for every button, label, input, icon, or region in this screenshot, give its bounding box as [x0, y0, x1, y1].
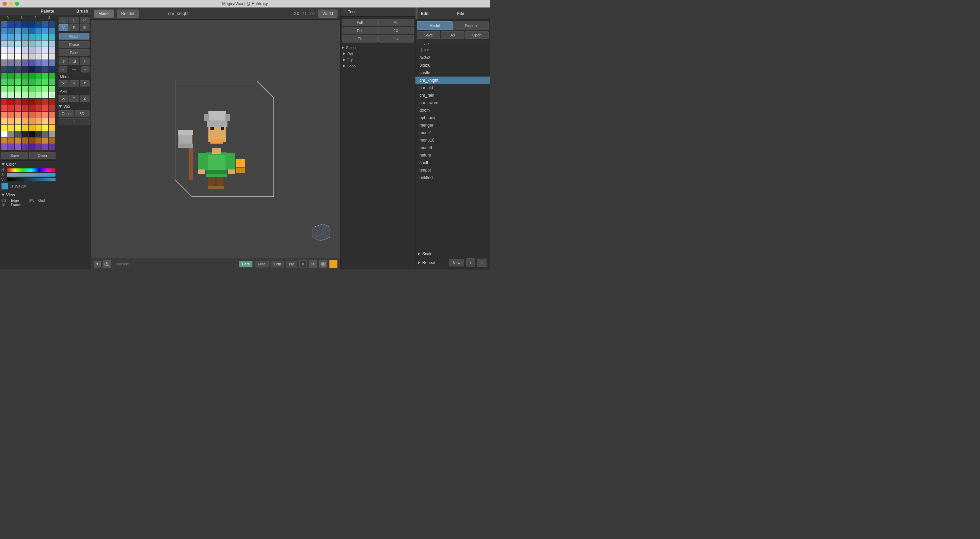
palette-save-button[interactable]: Save	[2, 152, 28, 159]
color-cell-84[interactable]	[29, 86, 35, 92]
pers-button[interactable]: Pers	[239, 261, 253, 268]
color-cell-0[interactable]	[2, 21, 8, 27]
add-button[interactable]: +	[466, 258, 475, 267]
color-cell-72[interactable]	[2, 79, 8, 86]
color-cell-34[interactable]	[15, 47, 21, 53]
mirror-x[interactable]: X	[59, 80, 68, 87]
color-cell-71[interactable]	[49, 73, 55, 79]
close-button[interactable]	[3, 2, 7, 6]
color-cell-13[interactable]	[35, 28, 41, 34]
scene-item-3x3x3[interactable]: 3x3x3	[415, 54, 490, 62]
color-cell-121[interactable]	[8, 118, 14, 124]
color-cell-88[interactable]	[2, 92, 8, 98]
color-expand-icon[interactable]	[2, 163, 5, 166]
color-cell-35[interactable]	[22, 47, 28, 53]
panel-toggle[interactable]: ▼	[94, 261, 101, 268]
color-cell-82[interactable]	[15, 86, 21, 92]
free-button[interactable]: Free	[255, 261, 269, 268]
color-cell-51[interactable]	[22, 60, 28, 66]
color-cell-85[interactable]	[35, 86, 41, 92]
scene-item-monu1[interactable]: monu1	[415, 129, 490, 136]
color-cell-4[interactable]	[29, 21, 35, 27]
color-cell-117[interactable]	[35, 112, 41, 118]
orth-button[interactable]: Orth	[271, 261, 284, 268]
color-cell-3[interactable]	[22, 21, 28, 27]
color-cell-119[interactable]	[49, 112, 55, 118]
color-cell-70[interactable]	[42, 73, 48, 79]
color-cell-44[interactable]	[29, 54, 35, 60]
color-cell-102[interactable]	[42, 99, 48, 105]
brush-mode-p[interactable]: P	[80, 17, 89, 24]
color-cell-112[interactable]	[2, 112, 8, 118]
color-cell-16[interactable]	[2, 34, 8, 40]
color-cell-65[interactable]	[8, 73, 14, 79]
color-cell-7[interactable]	[49, 21, 55, 27]
color-cell-109[interactable]	[35, 105, 41, 111]
color-cell-125[interactable]	[35, 118, 41, 124]
color-cell-148[interactable]	[29, 138, 35, 144]
color-cell-97[interactable]	[8, 99, 14, 105]
color-cell-12[interactable]	[29, 28, 35, 34]
tool-full[interactable]: Full	[342, 19, 378, 26]
view-expand-icon[interactable]	[2, 193, 5, 197]
color-cell-25[interactable]	[8, 41, 14, 47]
view-sw-val[interactable]: Grid	[38, 199, 45, 203]
color-cell-130[interactable]	[15, 125, 21, 131]
color-cell-63[interactable]	[49, 67, 55, 73]
color-cell-39[interactable]	[49, 47, 55, 53]
palette-index-3[interactable]: 3	[43, 16, 56, 20]
color-cell-141[interactable]	[35, 131, 41, 137]
color-cell-104[interactable]	[2, 105, 8, 111]
color-cell-10[interactable]	[15, 28, 21, 34]
loop-item[interactable]: Loop	[340, 63, 415, 69]
color-cell-9[interactable]	[8, 28, 14, 34]
window-controls[interactable]	[3, 2, 19, 6]
color-cell-107[interactable]	[22, 105, 28, 111]
reset-view-button[interactable]: ↺	[309, 260, 317, 268]
brush-mode-c[interactable]: C	[69, 17, 79, 24]
sat-slider[interactable]	[7, 173, 56, 177]
color-cell-129[interactable]	[8, 125, 14, 131]
color-cell-140[interactable]	[29, 131, 35, 137]
scene-item-chr_knight[interactable]: chr_knight	[415, 76, 490, 84]
color-cell-154[interactable]	[15, 144, 21, 150]
vox-size-input[interactable]	[59, 119, 89, 125]
color-cell-157[interactable]	[35, 144, 41, 150]
color-cell-6[interactable]	[42, 21, 48, 27]
color-cell-1[interactable]	[8, 21, 14, 27]
brush-attach-button[interactable]: Attach	[59, 33, 89, 40]
color-cell-135[interactable]	[49, 125, 55, 131]
color-cell-100[interactable]	[29, 99, 35, 105]
hue-slider[interactable]	[7, 168, 56, 172]
color-cell-120[interactable]	[2, 118, 8, 124]
open-file-btn[interactable]: Open	[465, 31, 488, 39]
color-cell-20[interactable]	[29, 34, 35, 40]
world-button[interactable]: World	[318, 10, 337, 18]
vox-expand-icon[interactable]	[59, 105, 62, 108]
color-cell-31[interactable]	[49, 41, 55, 47]
color-cell-76[interactable]	[29, 79, 35, 86]
color-cell-91[interactable]	[22, 92, 28, 98]
new-button[interactable]: New	[449, 259, 464, 266]
color-cell-5[interactable]	[35, 21, 41, 27]
color-cell-94[interactable]	[42, 92, 48, 98]
color-cell-113[interactable]	[8, 112, 14, 118]
arrow-left[interactable]: ←	[59, 67, 67, 73]
color-cell-145[interactable]	[8, 138, 14, 144]
color-cell-158[interactable]	[42, 144, 48, 150]
color-cell-138[interactable]	[15, 131, 21, 137]
brush-mode-f[interactable]: F	[69, 24, 79, 31]
color-cell-36[interactable]	[29, 47, 35, 53]
brush-paint-button[interactable]: Paint	[59, 49, 89, 56]
color-button[interactable]	[329, 260, 337, 268]
color-cell-52[interactable]	[29, 60, 35, 66]
color-cell-87[interactable]	[49, 86, 55, 92]
val-slider[interactable]	[7, 178, 56, 181]
color-cell-142[interactable]	[42, 131, 48, 137]
color-cell-28[interactable]	[29, 41, 35, 47]
color-cell-143[interactable]	[49, 131, 55, 137]
vox-cube-button[interactable]: Cube	[59, 110, 74, 117]
transform-up[interactable]: ↑	[80, 57, 89, 65]
color-cell-128[interactable]	[2, 125, 8, 131]
color-cell-26[interactable]	[15, 41, 21, 47]
